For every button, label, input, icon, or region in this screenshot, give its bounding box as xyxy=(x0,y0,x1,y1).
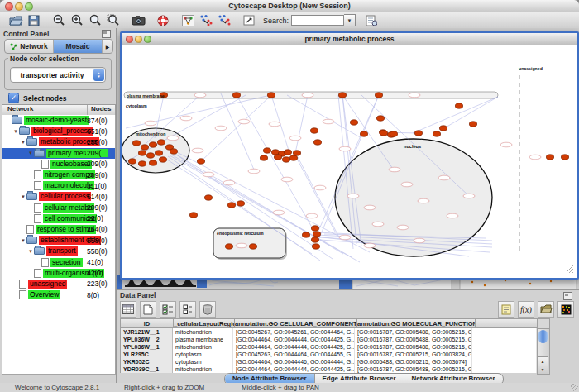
zoom-fit-icon[interactable] xyxy=(87,13,103,27)
network-node[interactable] xyxy=(189,213,197,218)
tab-overflow-arrow[interactable]: ▶ xyxy=(103,40,112,53)
new-document-icon[interactable] xyxy=(140,301,156,318)
network-node[interactable] xyxy=(227,203,235,208)
network-node[interactable] xyxy=(469,122,476,127)
tree-item[interactable]: ▼biological_process651(0) xyxy=(2,126,115,136)
node-label[interactable] xyxy=(314,185,326,190)
node-label[interactable] xyxy=(290,136,301,141)
network-canvas[interactable]: plasma membranecytoplasmmitochondrionnuc… xyxy=(122,45,573,274)
node-label[interactable] xyxy=(323,119,334,124)
tree-expand-arrow[interactable]: ▼ xyxy=(20,238,26,243)
node-label[interactable] xyxy=(339,235,351,240)
network-node[interactable] xyxy=(455,103,462,108)
network-node[interactable] xyxy=(132,141,140,146)
search-input[interactable] xyxy=(291,15,344,26)
node-label[interactable] xyxy=(269,122,280,127)
save-icon[interactable] xyxy=(26,13,42,27)
import-attributes-icon[interactable] xyxy=(363,13,380,27)
network-node[interactable] xyxy=(149,160,156,165)
network-node[interactable] xyxy=(439,126,447,131)
tree-item[interactable]: mosaic-demo-yeast874(0) xyxy=(2,115,115,126)
node-label[interactable] xyxy=(389,167,400,172)
node-label[interactable] xyxy=(281,177,293,182)
scroll-down-icon[interactable]: ▼ xyxy=(538,366,548,374)
layout-nodes-icon[interactable] xyxy=(198,13,214,27)
zoom-selected-icon[interactable] xyxy=(105,13,122,27)
network-node[interactable] xyxy=(138,151,146,155)
node-label[interactable] xyxy=(236,243,247,248)
tree-item[interactable]: ▼metabolic process280(0) xyxy=(2,136,115,147)
network-node[interactable] xyxy=(390,131,397,136)
network-node[interactable] xyxy=(302,232,309,237)
edge[interactable] xyxy=(295,155,335,232)
scroll-up-icon[interactable]: ▲ xyxy=(538,357,548,366)
network-node[interactable] xyxy=(267,93,275,98)
network-node[interactable] xyxy=(313,140,321,145)
scrollbar-arrows[interactable]: ▲▼ xyxy=(538,356,548,374)
network-node[interactable] xyxy=(313,232,320,237)
scrollbar-thumb[interactable] xyxy=(538,330,548,343)
node-label[interactable] xyxy=(414,238,425,243)
node-label[interactable] xyxy=(223,180,235,185)
tree-item[interactable]: secretion41(0) xyxy=(2,256,115,267)
select-nodes-checkbox[interactable]: ✓ xyxy=(8,93,19,103)
zoom-out-icon[interactable] xyxy=(50,13,67,27)
network-node[interactable] xyxy=(350,120,357,125)
select-attributes-icon[interactable] xyxy=(160,301,176,318)
row-id-cell[interactable]: YKR052C xyxy=(121,358,173,366)
network-node[interactable] xyxy=(561,155,568,160)
network-node[interactable] xyxy=(197,159,204,164)
search-dropdown-button[interactable]: ▼ xyxy=(344,14,356,26)
network-node[interactable] xyxy=(138,161,146,166)
node-label[interactable] xyxy=(447,213,458,218)
table-row[interactable]: YLR295Ccytoplasm[GO:0045263, GO:0044464,… xyxy=(121,351,537,358)
tree-item[interactable]: multi-organism pro42(0) xyxy=(2,268,115,279)
network-node[interactable] xyxy=(311,237,318,242)
node-label[interactable] xyxy=(194,93,206,98)
table-cell[interactable]: [GO:0044464, GO:0044446, GO:0044444, G..… xyxy=(233,358,355,366)
matrix-view-icon[interactable] xyxy=(557,301,574,318)
tree-expand-arrow[interactable]: ▼ xyxy=(27,249,34,254)
network-node[interactable] xyxy=(225,244,232,249)
network-node[interactable] xyxy=(146,153,154,158)
network-node[interactable] xyxy=(380,131,387,136)
canvas-resize-grip[interactable] xyxy=(567,265,573,274)
tree-expand-arrow[interactable]: ▼ xyxy=(20,140,26,145)
function-builder-icon[interactable]: f(x) xyxy=(518,301,534,318)
node-label[interactable] xyxy=(364,205,376,210)
network-node[interactable] xyxy=(282,157,290,162)
network-node[interactable] xyxy=(170,149,177,154)
table-cell[interactable] xyxy=(472,366,537,373)
window-titlebar[interactable]: Cytoscape Desktop (New Session) xyxy=(0,0,579,12)
row-id-cell[interactable]: YPL036W__1 xyxy=(121,343,173,351)
node-label[interactable] xyxy=(500,142,512,147)
row-id-cell[interactable]: YDR039C__1 xyxy=(121,366,173,373)
table-cell[interactable]: [GO:0016787, GO:0005488, GO:0005215, G..… xyxy=(355,343,472,351)
node-label[interactable] xyxy=(180,116,192,121)
table-cell[interactable] xyxy=(472,328,537,336)
table-row[interactable]: YJR121W__1mitochondrion[GO:0045267, GO:0… xyxy=(121,328,537,336)
table-cell[interactable]: [GO:0044464, GO:0044444, GO:0044425, G..… xyxy=(233,366,355,373)
table-cell[interactable]: [GO:0016787, GO:0005488, GO:0005215, G..… xyxy=(355,336,472,343)
network-node[interactable] xyxy=(310,128,318,133)
node-label[interactable] xyxy=(339,146,351,151)
zoom-in-icon[interactable] xyxy=(69,13,85,27)
tree-item[interactable]: macromolecule311(0) xyxy=(2,180,115,191)
tree-item[interactable]: cell communicat22(0) xyxy=(2,213,115,224)
node-label[interactable] xyxy=(273,210,285,215)
table-cell[interactable]: [GO:0044464, GO:0044444, GO:0044425, G..… xyxy=(233,343,355,351)
network-node[interactable] xyxy=(260,155,267,160)
table-cell[interactable]: cytoplasm xyxy=(173,351,233,358)
delete-attribute-icon[interactable] xyxy=(199,301,216,318)
node-label[interactable] xyxy=(248,169,260,174)
node-label[interactable] xyxy=(529,155,541,160)
network-node[interactable] xyxy=(311,226,318,231)
table-cell[interactable]: [GO:0045263, GO:0044464, GO:0044455, G..… xyxy=(233,351,355,358)
network-node[interactable] xyxy=(149,142,156,147)
table-cell[interactable]: mitochondrion xyxy=(173,343,233,351)
table-cell[interactable]: cytoplasm xyxy=(173,358,233,366)
network-node[interactable] xyxy=(249,244,256,249)
data-panel-float-icon[interactable] xyxy=(563,292,572,300)
import-table-icon[interactable] xyxy=(538,301,554,318)
column-header[interactable] xyxy=(476,318,541,328)
